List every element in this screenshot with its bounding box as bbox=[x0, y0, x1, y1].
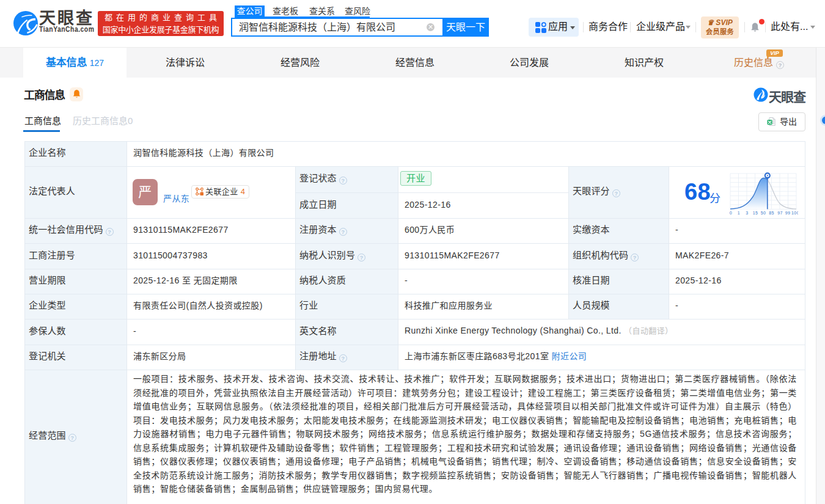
svg-text:50: 50 bbox=[761, 211, 766, 215]
svg-text:99: 99 bbox=[785, 211, 791, 215]
svg-text:1: 1 bbox=[738, 211, 740, 215]
svg-text:15: 15 bbox=[753, 211, 758, 215]
svg-text:100: 100 bbox=[791, 211, 798, 215]
svg-text:85: 85 bbox=[769, 211, 774, 215]
svg-text:0: 0 bbox=[730, 211, 732, 215]
svg-text:3: 3 bbox=[746, 211, 748, 215]
svg-text:97: 97 bbox=[777, 211, 783, 215]
